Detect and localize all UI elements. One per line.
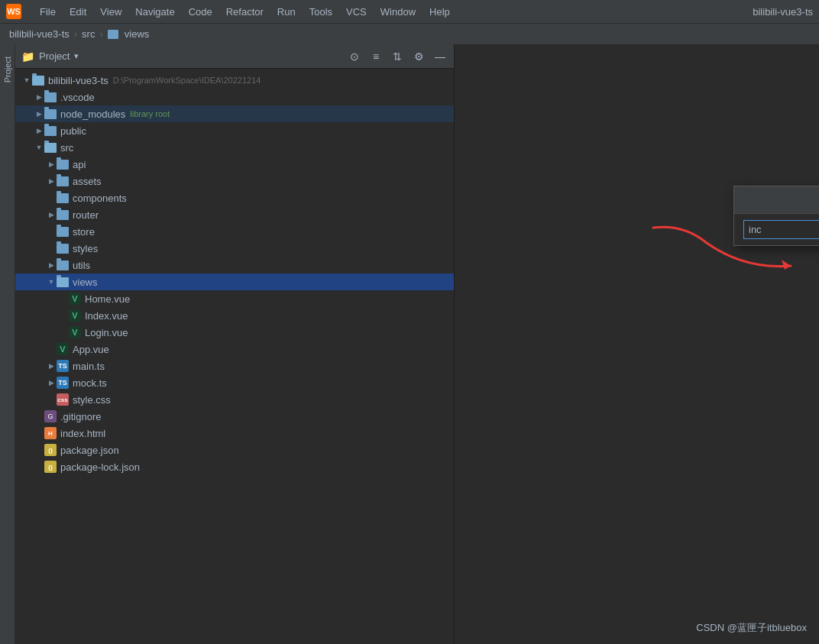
menu-edit[interactable]: Edit <box>63 5 92 19</box>
label-utils: utils <box>73 260 90 271</box>
tree-item-index-html[interactable]: H index.html <box>15 425 454 442</box>
tree-item-index-vue[interactable]: V Index.vue <box>15 307 454 324</box>
label-api: api <box>73 159 86 170</box>
breadcrumb-sep-2: › <box>99 28 102 40</box>
label-vscode: .vscode <box>60 92 95 103</box>
chevron-root <box>21 75 32 86</box>
menu-help[interactable]: Help <box>423 5 456 19</box>
menu-window[interactable]: Window <box>374 5 422 19</box>
ts-icon-mock: TS <box>57 377 69 389</box>
chevron-router <box>46 209 57 220</box>
label-store: store <box>73 226 95 238</box>
menu-bar: File Edit View Navigate Code Refactor Ru… <box>34 5 456 19</box>
tree-item-main-ts[interactable]: TS main.ts <box>15 358 454 374</box>
menu-navigate[interactable]: Navigate <box>129 5 180 19</box>
label-gitignore: .gitignore <box>60 411 101 422</box>
chevron-views <box>46 277 57 287</box>
new-directory-dialog: New Directory <box>733 186 819 246</box>
panel-title-label: Project <box>39 50 70 62</box>
panel-btn-collapse-all[interactable]: ≡ <box>368 49 384 64</box>
tree-item-package-json[interactable]: {} package.json <box>15 442 454 458</box>
tree-item-mock-ts[interactable]: TS mock.ts <box>15 374 454 391</box>
tree-item-utils[interactable]: utils <box>15 257 454 273</box>
vue-icon-home: V <box>69 293 81 305</box>
panel-btn-settings[interactable]: ⚙ <box>411 49 426 64</box>
csdn-watermark: CSDN @蓝匣子itbluebox <box>696 621 807 635</box>
folder-icon-public <box>44 126 57 136</box>
label-main-ts: main.ts <box>73 361 105 372</box>
panel-dropdown-icon[interactable]: ▾ <box>74 51 79 61</box>
label-router: router <box>73 209 99 221</box>
panel-title: 📁 Project ▾ <box>21 50 79 63</box>
breadcrumb-root[interactable]: bilibili-vue3-ts <box>9 28 70 40</box>
tree-item-login-vue[interactable]: V Login.vue <box>15 324 454 341</box>
tree-item-views[interactable]: views <box>15 273 454 290</box>
chevron-mock-ts <box>46 377 57 388</box>
tree-item-store[interactable]: store <box>15 223 454 240</box>
css-icon-style: css <box>57 393 69 406</box>
folder-icon-vscode <box>44 92 57 102</box>
tree-item-api[interactable]: api <box>15 156 454 173</box>
breadcrumb-sep-1: › <box>74 28 77 40</box>
tree-item-app-vue[interactable]: V App.vue <box>15 341 454 358</box>
breadcrumb-folder-icon <box>108 30 118 39</box>
chevron-node-modules <box>34 108 44 119</box>
window-title: bilibili-vue3-ts <box>753 6 813 18</box>
breadcrumb-views[interactable]: views <box>125 28 150 40</box>
new-directory-input-area <box>734 214 819 245</box>
panel-btn-expand[interactable]: ⇅ <box>390 49 405 64</box>
label-src: src <box>60 142 73 154</box>
tree-item-vscode[interactable]: .vscode <box>15 89 454 105</box>
editor-area: New Directory CSDN @蓝匣子itbluebox <box>455 44 819 644</box>
html-icon-index: H <box>44 427 57 439</box>
new-directory-title: New Directory <box>734 186 819 214</box>
chevron-utils <box>46 260 57 270</box>
tree-item-components[interactable]: components <box>15 189 454 206</box>
menu-file[interactable]: File <box>34 5 62 19</box>
tree-item-package-lock-json[interactable]: {} package-lock.json <box>15 458 454 475</box>
panel-actions: ⊙ ≡ ⇅ ⚙ — <box>347 49 448 64</box>
tree-root[interactable]: bilibili-vue3-ts D:\ProgramWorkSpace\IDE… <box>15 72 454 89</box>
label-package-json: package.json <box>60 445 119 456</box>
folder-icon-src <box>44 143 57 153</box>
breadcrumb: bilibili-vue3-ts › src › views <box>0 23 819 44</box>
tree-item-home-vue[interactable]: V Home.vue <box>15 290 454 307</box>
tree-item-public[interactable]: public <box>15 122 454 139</box>
menu-refactor[interactable]: Refactor <box>220 5 270 19</box>
menu-view[interactable]: View <box>94 5 128 19</box>
tree-item-node-modules[interactable]: node_modules library root <box>15 105 454 122</box>
chevron-public <box>34 125 44 136</box>
label-views: views <box>73 277 98 288</box>
folder-icon-node-modules <box>44 109 57 119</box>
label-components: components <box>73 193 127 204</box>
label-assets: assets <box>73 176 102 187</box>
chevron-api <box>46 159 57 170</box>
menu-tools[interactable]: Tools <box>303 5 338 19</box>
root-name: bilibili-vue3-ts <box>48 75 108 86</box>
tree-item-gitignore[interactable]: G .gitignore <box>15 408 454 425</box>
label-app-vue: App.vue <box>73 344 109 355</box>
chevron-assets <box>46 176 57 186</box>
new-directory-input[interactable] <box>743 220 819 239</box>
label-mock-ts: mock.ts <box>73 377 107 389</box>
panel-btn-minimize[interactable]: — <box>432 49 448 64</box>
side-tab: Project <box>0 44 15 644</box>
menu-run[interactable]: Run <box>271 5 302 19</box>
tree-item-src[interactable]: src <box>15 139 454 156</box>
tree-item-styles[interactable]: styles <box>15 240 454 257</box>
tree-item-assets[interactable]: assets <box>15 173 454 189</box>
label-style-css: style.css <box>73 394 111 406</box>
tree-item-router[interactable]: router <box>15 206 454 223</box>
svg-marker-0 <box>782 260 791 270</box>
tree-item-style-css[interactable]: css style.css <box>15 391 454 408</box>
folder-icon-root <box>32 76 44 86</box>
breadcrumb-src[interactable]: src <box>82 28 95 40</box>
side-tab-project[interactable]: Project <box>2 50 14 89</box>
label-home-vue: Home.vue <box>85 293 130 305</box>
vue-icon-index: V <box>69 309 81 322</box>
folder-icon-api <box>57 160 69 170</box>
folder-icon-assets <box>57 176 69 186</box>
menu-code[interactable]: Code <box>183 5 219 19</box>
panel-btn-locate[interactable]: ⊙ <box>347 49 362 64</box>
menu-vcs[interactable]: VCS <box>340 5 373 19</box>
